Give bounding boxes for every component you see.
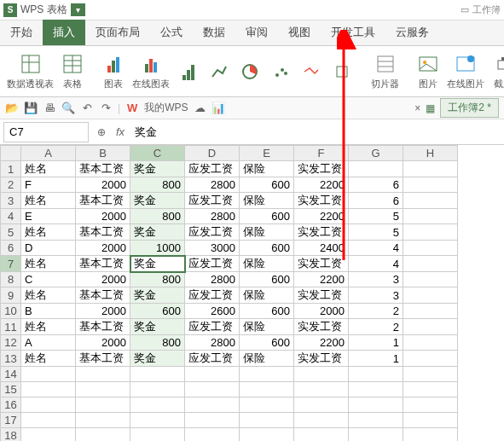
cell[interactable]: 基本工资 [76,319,130,335]
print-icon[interactable]: 🖶 [43,102,56,115]
col-header-A[interactable]: A [21,146,76,161]
col-header-B[interactable]: B [76,146,130,161]
cell[interactable] [403,241,458,256]
cell[interactable]: 600 [240,272,294,287]
cell[interactable]: 600 [240,241,294,256]
select-all-cell[interactable] [1,146,21,161]
cell[interactable]: 2000 [76,335,130,351]
cell[interactable]: 2200 [294,177,349,193]
cell[interactable]: 2000 [76,209,130,224]
cell[interactable]: 2000 [76,241,130,256]
chart-type-3-button[interactable] [238,60,262,84]
cell[interactable]: 奖金 [130,287,185,304]
cell[interactable]: A [21,335,76,351]
cell[interactable]: 5 [349,224,403,241]
tab-2[interactable]: 页面布局 [85,20,150,45]
cell[interactable]: 1000 [130,241,185,256]
app-dropdown-icon[interactable]: ▾ [71,3,85,16]
preview-icon[interactable]: 🔍 [61,102,75,115]
tab-0[interactable]: 开始 [0,20,43,45]
cell[interactable]: 2200 [294,209,349,224]
col-header-E[interactable]: E [240,146,294,161]
col-header-D[interactable]: D [185,146,240,161]
name-box[interactable]: C7 [3,122,89,142]
cell[interactable]: 基本工资 [76,256,130,272]
cell[interactable]: 基本工资 [76,193,130,209]
open-icon[interactable]: 📂 [5,102,19,115]
cell[interactable] [21,367,76,382]
cell[interactable]: 6 [349,193,403,209]
cell[interactable] [294,397,349,413]
tab-4[interactable]: 数据 [193,20,235,45]
chart-type-5-button[interactable] [299,60,323,84]
cell[interactable]: 600 [240,209,294,224]
cell[interactable]: 800 [130,335,185,351]
cell[interactable] [240,397,294,413]
row-header[interactable]: 14 [1,367,21,382]
row-header[interactable]: 10 [1,304,21,319]
cell[interactable] [240,428,294,442]
cell[interactable] [403,335,458,351]
cell[interactable] [403,193,458,209]
row-header[interactable]: 1 [1,161,21,177]
fx-dropdown-icon[interactable]: ⊕ [92,126,111,138]
cell[interactable] [403,224,458,241]
cell[interactable] [21,413,76,428]
fx-label[interactable]: fx [111,125,130,138]
cell[interactable] [403,428,458,442]
cell[interactable]: 保险 [240,287,294,304]
cell[interactable]: 实发工资 [294,193,349,209]
cell[interactable]: 6 [349,177,403,193]
redo-icon[interactable]: ↷ [99,102,113,115]
tab-7[interactable]: 开发工具 [321,20,385,45]
col-header-F[interactable]: F [294,146,349,161]
cell[interactable]: 姓名 [21,193,76,209]
cell[interactable]: 2600 [185,304,240,319]
cell[interactable]: D [21,241,76,256]
cell[interactable] [130,413,185,428]
cell[interactable] [185,397,240,413]
spreadsheet-grid[interactable]: ABCDEFGH1姓名基本工资奖金应发工资保险实发工资2F20008002800… [0,145,504,441]
cell[interactable]: 应发工资 [185,161,240,177]
table-button[interactable]: 表格 [61,52,84,90]
cell[interactable] [185,428,240,442]
workbench-label[interactable]: 工作簿 [472,3,501,16]
cell[interactable]: 2800 [185,272,240,287]
cell[interactable]: 奖金 [130,351,185,367]
cell[interactable]: 实发工资 [294,319,349,335]
cell[interactable] [130,428,185,442]
cell[interactable]: 2 [349,304,403,319]
cell[interactable]: 2000 [76,177,130,193]
cell[interactable]: 2 [349,319,403,335]
cell[interactable]: 姓名 [21,287,76,304]
share-icon[interactable]: 📊 [211,102,225,115]
cell[interactable]: 应发工资 [185,351,240,367]
wps-logo-icon[interactable]: W [125,102,139,115]
cell[interactable]: 2000 [76,272,130,287]
cell[interactable]: 保险 [240,319,294,335]
cell[interactable]: B [21,304,76,319]
cell[interactable] [403,304,458,319]
cell[interactable]: 2000 [76,304,130,319]
cell[interactable] [403,382,458,397]
cell[interactable] [349,382,403,397]
cell[interactable] [294,382,349,397]
cell[interactable]: 基本工资 [76,161,130,177]
cell[interactable]: 保险 [240,193,294,209]
cell[interactable]: 奖金 [130,319,185,335]
cell[interactable]: 3 [349,287,403,304]
tab-1[interactable]: 插入 [43,20,85,45]
cell[interactable] [403,177,458,193]
cell[interactable] [403,367,458,382]
cell[interactable]: 姓名 [21,351,76,367]
cell[interactable]: 姓名 [21,161,76,177]
tab-5[interactable]: 审阅 [235,20,278,45]
cell[interactable] [294,413,349,428]
cell[interactable] [21,397,76,413]
cell[interactable]: C [21,272,76,287]
row-header[interactable]: 9 [1,287,21,304]
cell[interactable]: 600 [240,304,294,319]
pivot-table-button[interactable]: 数据透视表 [7,52,54,90]
chart-button[interactable]: 图表 [101,52,125,90]
cell[interactable] [403,287,458,304]
